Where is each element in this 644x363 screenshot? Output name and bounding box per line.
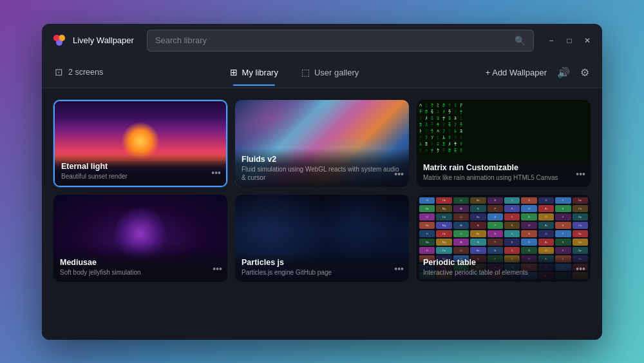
card-menu-button[interactable]: ••• [394,169,404,179]
wallpaper-card-fluids-v2[interactable]: Fluids v2 Fluid simulation using WebGL r… [235,100,409,187]
svg-point-4 [59,35,65,41]
wallpaper-content: Eternal light Beautiful sunset render ••… [42,88,602,340]
card-menu-button[interactable]: ••• [211,168,221,178]
card-info: Matrix rain Customizable Matrix like rai… [417,157,591,187]
card-title: Periodic table [423,258,584,267]
settings-icon[interactable]: ⚙ [580,66,589,79]
screens-icon: ⊡ [55,66,63,78]
wallpaper-card-eternal-light[interactable]: Eternal light Beautiful sunset render ••… [53,100,227,187]
card-description: Particles.js engine GitHub page [242,268,402,277]
toolbar-screens: ⊡ 2 screens [55,66,103,78]
gallery-icon: ⬚ [301,67,310,77]
card-info: Particles js Particles.js engine GitHub … [235,251,409,282]
app-title: Lively Wallpaper [73,35,134,45]
audio-icon[interactable]: 🔊 [557,66,570,79]
close-button[interactable]: ✕ [583,36,592,45]
card-menu-button[interactable]: ••• [576,169,585,179]
card-info: Eternal light Beautiful sunset render [55,155,226,186]
card-description: Soft body jellyfish simulation [60,268,221,277]
card-info: Periodic table Interactive periodic tabl… [417,251,591,282]
card-info: Mediusae Soft body jellyfish simulation [53,251,227,282]
wallpaper-card-periodic-table[interactable]: HHeLiBeBCNOFNeNaMgAlSiPSClArKCaHHeLiBeBC… [417,195,591,282]
card-description: Beautiful sunset render [61,172,220,181]
add-wallpaper-button[interactable]: + Add Wallpaper [486,68,547,77]
toolbar: ⊡ 2 screens ⊞ My library ⬚ User gallery … [42,57,602,88]
wallpaper-card-jellyfish[interactable]: Mediusae Soft body jellyfish simulation … [53,195,227,282]
window-controls: − □ ✕ [547,36,592,45]
card-description: Fluid simulation using WebGL reacts with… [242,165,402,182]
titlebar-left: Lively Wallpaper [52,34,134,48]
card-info: Fluids v2 Fluid simulation using WebGL r… [235,148,409,187]
card-title: Fluids v2 [242,155,402,164]
wallpaper-grid: Eternal light Beautiful sunset render ••… [53,100,591,282]
card-title: Particles js [242,258,402,267]
toolbar-actions: + Add Wallpaper 🔊 ⚙ [486,66,589,79]
minimize-button[interactable]: − [547,36,556,45]
card-description: Interactive periodic table of elements [423,268,584,277]
tab-my-library[interactable]: ⊞ My library [220,63,289,81]
search-input[interactable] [155,35,515,45]
card-menu-button[interactable]: ••• [394,264,404,274]
card-menu-button[interactable]: ••• [576,264,585,274]
tab-library-label: My library [242,68,278,77]
card-title: Eternal light [61,162,220,171]
titlebar: Lively Wallpaper 🔍 − □ ✕ [42,24,602,57]
add-wallpaper-label: + Add Wallpaper [486,68,547,77]
search-icon: 🔍 [515,35,526,46]
search-bar[interactable]: 🔍 [147,30,534,52]
wallpaper-card-particlejs[interactable]: Particles js Particles.js engine GitHub … [235,195,409,282]
maximize-button[interactable]: □ [565,36,574,45]
tab-bar: ⊞ My library ⬚ User gallery [103,63,486,81]
card-description: Matrix like rain animation using HTML5 C… [423,173,584,182]
tab-gallery-label: User gallery [314,68,359,77]
library-icon: ⊞ [230,67,238,77]
card-title: Mediusae [60,258,221,267]
app-logo-icon [52,34,66,48]
card-title: Matrix rain Customizable [423,163,584,172]
card-menu-button[interactable]: ••• [213,264,222,274]
app-window: Lively Wallpaper 🔍 − □ ✕ ⊡ 2 screens ⊞ M… [42,24,602,340]
wallpaper-card-matrix-rain[interactable]: ﾊﾃｿｶﾄﾅﾑｱ ﾋﾎﾒｽﾘﾌｶﾊ ｸﾓﾆﾃﾗｿﾄﾅ ﾐﾕｺｻﾊﾋﾆｸ ﾎﾒﾅｱ… [417,100,591,187]
screens-label: 2 screens [68,68,103,77]
tab-user-gallery[interactable]: ⬚ User gallery [291,63,369,81]
